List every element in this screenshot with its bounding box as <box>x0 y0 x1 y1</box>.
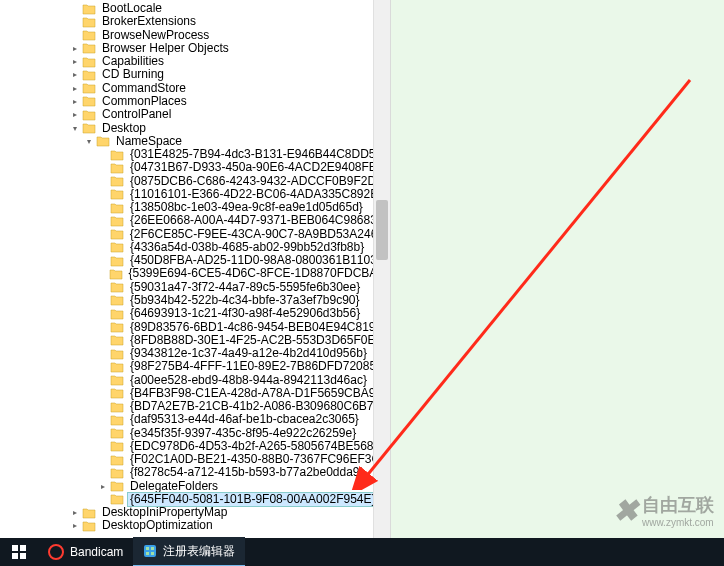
tree-node[interactable]: ▸{450D8FBA-AD25-11D0-98A8-0800361B1103} <box>0 254 390 267</box>
folder-icon <box>82 69 96 81</box>
tree-node[interactable]: ▸{BD7A2E7B-21CB-41b2-A086-B309680C6B7E} <box>0 400 390 413</box>
tree-node[interactable]: ▸CommandStore <box>0 82 390 95</box>
svg-rect-4 <box>12 553 18 559</box>
scrollbar-track[interactable] <box>373 0 390 538</box>
tree-node-label: {031E4825-7B94-4dc3-B131-E946B44C8DD5} <box>128 148 382 161</box>
expander-closed-icon[interactable]: ▸ <box>70 110 80 120</box>
folder-icon <box>110 162 124 174</box>
tree-node[interactable]: ▸{8FD8B88D-30E1-4F25-AC2B-553D3D65F0EA} <box>0 334 390 347</box>
folder-icon <box>110 228 124 240</box>
folder-icon <box>110 387 124 399</box>
taskbar-label: 注册表编辑器 <box>163 543 235 560</box>
tree-node[interactable]: ▸{26EE0668-A00A-44D7-9371-BEB064C98683} <box>0 214 390 227</box>
expander-closed-icon[interactable]: ▸ <box>70 83 80 93</box>
folder-icon <box>110 361 124 373</box>
folder-icon <box>110 188 124 200</box>
tree-node-label: BrokerExtensions <box>100 15 198 28</box>
tree-node[interactable]: ▾Desktop <box>0 121 390 134</box>
tree-node-label: CommandStore <box>100 82 188 95</box>
tree-node[interactable]: ▸{9343812e-1c37-4a49-a12e-4b2d410d956b} <box>0 347 390 360</box>
tree-node-label: {645FF040-5081-101B-9F08-00AA002F954E} <box>128 493 378 506</box>
expander-closed-icon[interactable]: ▸ <box>70 43 80 53</box>
folder-icon <box>82 520 96 532</box>
tree-node[interactable]: ▸Capabilities <box>0 55 390 68</box>
scrollbar-thumb[interactable] <box>376 200 388 260</box>
tree-node-label: {5399E694-6CE5-4D6C-8FCE-1D8870FDCBA0} <box>127 267 390 280</box>
tree-node-label: {B4FB3F98-C1EA-428d-A78A-D1F5659CBA93} <box>128 387 388 400</box>
tree-node-label: DelegateFolders <box>128 480 220 493</box>
tree-node[interactable]: ▸{daf95313-e44d-46af-be1b-cbacea2c3065} <box>0 413 390 426</box>
tree-node-label: {4336a54d-038b-4685-ab02-99bb52d3fb8b} <box>128 241 366 254</box>
tree-node[interactable]: ▸BrokerExtensions <box>0 15 390 28</box>
expander-closed-icon[interactable]: ▸ <box>98 481 108 491</box>
tree-node[interactable]: ▸CD Burning <box>0 68 390 81</box>
tree-node[interactable]: ▸{0875DCB6-C686-4243-9432-ADCCF0B9F2D7} <box>0 174 390 187</box>
tree-node-label: {a00ee528-ebd9-48b8-944a-8942113d46ac} <box>128 374 369 387</box>
tree-node-label: {e345f35f-9397-435c-8f95-4e922c26259e} <box>128 427 358 440</box>
folder-icon <box>110 348 124 360</box>
folder-icon <box>82 3 96 15</box>
tree-node[interactable]: ▸{11016101-E366-4D22-BC06-4ADA335C892B} <box>0 188 390 201</box>
tree-node[interactable]: ▸{B4FB3F98-C1EA-428d-A78A-D1F5659CBA93} <box>0 387 390 400</box>
expander-closed-icon[interactable]: ▸ <box>70 96 80 106</box>
tree-node-label: {8FD8B88D-30E1-4F25-AC2B-553D3D65F0EA} <box>128 334 389 347</box>
tree-node[interactable]: ▸{64693913-1c21-4f30-a98f-4e52906d3b56} <box>0 307 390 320</box>
tree-node[interactable]: ▸BrowseNewProcess <box>0 29 390 42</box>
registry-tree-pane: ▸BootLocale▸BrokerExtensions▸BrowseNewPr… <box>0 0 391 538</box>
folder-icon <box>110 281 124 293</box>
tree-node[interactable]: ▸ControlPanel <box>0 108 390 121</box>
tree-node[interactable]: ▸{645FF040-5081-101B-9F08-00AA002F954E} <box>0 493 390 506</box>
expander-open-icon[interactable]: ▾ <box>70 123 80 133</box>
svg-rect-9 <box>146 552 149 555</box>
tree-node[interactable]: ▸DesktopOptimization <box>0 519 390 532</box>
tree-node[interactable]: ▸{04731B67-D933-450a-90E6-4ACD2E9408FE} <box>0 161 390 174</box>
tree-node[interactable]: ▸DesktopIniPropertyMap <box>0 506 390 519</box>
tree-node[interactable]: ▸DelegateFolders <box>0 480 390 493</box>
tree-node[interactable]: ▸BootLocale <box>0 2 390 15</box>
folder-icon <box>110 175 124 187</box>
tree-node[interactable]: ▸{59031a47-3f72-44a7-89c5-5595fe6b30ee} <box>0 281 390 294</box>
tree-node[interactable]: ▸{e345f35f-9397-435c-8f95-4e922c26259e} <box>0 427 390 440</box>
taskbar: Bandicam 注册表编辑器 <box>0 538 724 566</box>
tree-node[interactable]: ▸{89D83576-6BD1-4c86-9454-BEB04E94C819} <box>0 320 390 333</box>
tree-node[interactable]: ▾NameSpace <box>0 135 390 148</box>
tree-node[interactable]: ▸{f8278c54-a712-415b-b593-b77a2be0dda9} <box>0 466 390 479</box>
tree-node-label: Desktop <box>100 122 148 135</box>
tree-node-label: {5b934b42-522b-4c34-bbfe-37a3ef7b9c90} <box>128 294 362 307</box>
folder-icon <box>110 241 124 253</box>
folder-icon <box>82 122 96 134</box>
start-button[interactable] <box>0 538 38 566</box>
svg-rect-2 <box>12 545 18 551</box>
expander-closed-icon[interactable]: ▸ <box>70 508 80 518</box>
expander-open-icon[interactable]: ▾ <box>84 136 94 146</box>
tree-node[interactable]: ▸{138508bc-1e03-49ea-9c8f-ea9e1d05d65d} <box>0 201 390 214</box>
tree-node[interactable]: ▸{EDC978D6-4D53-4b2f-A265-5805674BE568} <box>0 440 390 453</box>
taskbar-item-bandicam[interactable]: Bandicam <box>38 538 133 566</box>
tree-node[interactable]: ▸{F02C1A0D-BE21-4350-88B0-7367FC96EF3C} <box>0 453 390 466</box>
watermark-text: 自由互联 <box>642 493 714 517</box>
tree-node-label: {BD7A2E7B-21CB-41b2-A086-B309680C6B7E} <box>128 400 388 413</box>
tree-node[interactable]: ▸{5399E694-6CE5-4D6C-8FCE-1D8870FDCBA0} <box>0 267 390 280</box>
taskbar-item-regedit[interactable]: 注册表编辑器 <box>133 537 245 566</box>
expander-closed-icon[interactable]: ▸ <box>70 70 80 80</box>
tree-node[interactable]: ▸{5b934b42-522b-4c34-bbfe-37a3ef7b9c90} <box>0 294 390 307</box>
folder-icon <box>110 427 124 439</box>
tree-node-label: CommonPlaces <box>100 95 189 108</box>
expander-closed-icon[interactable]: ▸ <box>70 521 80 531</box>
expander-closed-icon[interactable]: ▸ <box>70 57 80 67</box>
tree-node-label: NameSpace <box>114 135 184 148</box>
tree-node[interactable]: ▸{2F6CE85C-F9EE-43CA-90C7-8A9BD53A2467} <box>0 228 390 241</box>
tree-node[interactable]: ▸{031E4825-7B94-4dc3-B131-E946B44C8DD5} <box>0 148 390 161</box>
taskbar-label: Bandicam <box>70 545 123 559</box>
watermark-url: www.zymkt.com <box>642 517 714 528</box>
tree-node[interactable]: ▸CommonPlaces <box>0 95 390 108</box>
tree-node[interactable]: ▸{4336a54d-038b-4685-ab02-99bb52d3fb8b} <box>0 241 390 254</box>
tree-node[interactable]: ▸{98F275B4-4FFF-11E0-89E2-7B86DFD72085} <box>0 360 390 373</box>
tree-node[interactable]: ▸Browser Helper Objects <box>0 42 390 55</box>
tree-node-label: DesktopOptimization <box>100 519 215 532</box>
folder-icon <box>110 255 124 267</box>
tree-node[interactable]: ▸{a00ee528-ebd9-48b8-944a-8942113d46ac} <box>0 373 390 386</box>
tree-node-label: {89D83576-6BD1-4c86-9454-BEB04E94C819} <box>128 321 382 334</box>
registry-tree[interactable]: ▸BootLocale▸BrokerExtensions▸BrowseNewPr… <box>0 0 390 535</box>
folder-icon <box>110 321 124 333</box>
